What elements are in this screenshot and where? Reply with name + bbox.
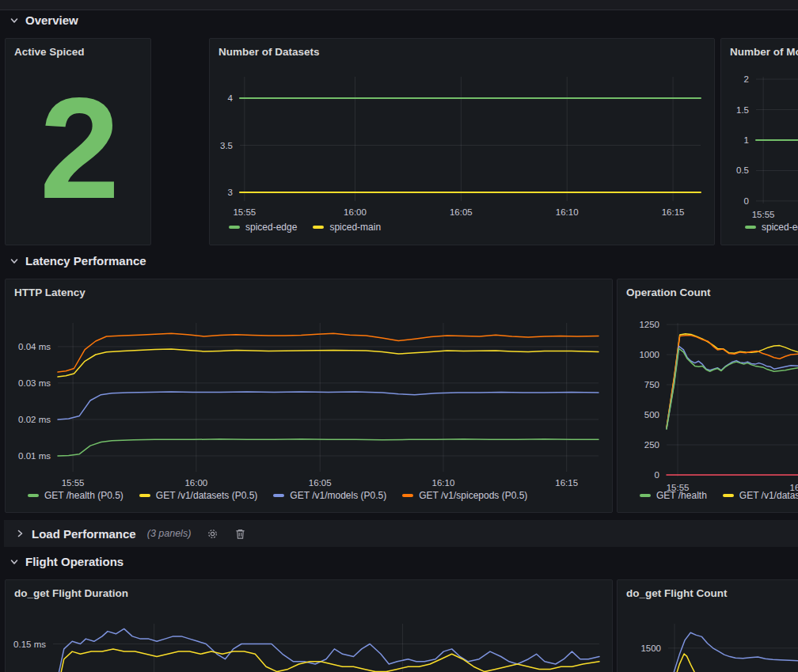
- panel-number-of-datasets: Number of Datasets 15:5516:0016:0516:101…: [209, 38, 715, 245]
- number-of-models-legend: spiced-edge: [745, 222, 798, 233]
- x-axis-tick-label: 16:15: [646, 207, 700, 218]
- y-axis-tick-label: 250: [618, 439, 659, 450]
- section-header-overview[interactable]: Overview: [10, 13, 78, 28]
- legend-label: spiced-edge: [245, 222, 297, 233]
- stat-value: 2: [6, 59, 150, 237]
- x-axis-tick-label: 16:15: [540, 477, 594, 488]
- chevron-down-icon: [10, 557, 19, 567]
- section-title-flight-operations: Flight Operations: [25, 554, 124, 570]
- legend-label: spiced-edge: [762, 222, 798, 233]
- y-axis-tick-label: 0.03 ms: [6, 378, 51, 389]
- series-line: [53, 649, 599, 672]
- legend-swatch: [273, 494, 284, 497]
- section-title-latency-performance: Latency Performance: [25, 253, 146, 269]
- legend-item[interactable]: spiced-edge: [745, 222, 798, 233]
- panel-title-active-spiced[interactable]: Active Spiced: [14, 46, 85, 58]
- legend-label: GET /health (P0.5): [44, 490, 124, 501]
- number-of-datasets-chart[interactable]: 15:5516:0016:0516:1016:1543.53: [210, 39, 714, 245]
- y-axis-tick-label: 2: [721, 74, 749, 85]
- legend-item[interactable]: GET /health: [640, 490, 707, 501]
- y-axis-tick-label: 3.5: [210, 140, 233, 151]
- panel-active-spiced: Active Spiced 2: [5, 38, 151, 245]
- y-axis-tick-label: 0: [721, 196, 749, 207]
- panel-title-operation-count[interactable]: Operation Count: [626, 287, 711, 298]
- y-axis-tick-label: 500: [618, 409, 659, 420]
- x-axis-tick-label: 16:00: [329, 207, 382, 218]
- panel-title-number-of-models[interactable]: Number of Mo: [730, 46, 798, 58]
- series-line: [668, 632, 798, 672]
- section-title-load-performance: Load Performance: [32, 527, 136, 541]
- legend-label: GET /v1/datasets: [739, 490, 798, 501]
- number-of-datasets-legend: spiced-edgespiced-main: [229, 222, 381, 233]
- number-of-models-chart[interactable]: 15:5521.510.50: [721, 39, 798, 245]
- panel-title-flight-duration[interactable]: do_get Flight Duration: [14, 587, 128, 599]
- operation-count-legend: GET /healthGET /v1/datasets: [640, 490, 798, 501]
- panel-title-number-of-datasets[interactable]: Number of Datasets: [218, 46, 320, 58]
- legend-item[interactable]: GET /health (P0.5): [28, 490, 124, 501]
- legend-item[interactable]: GET /v1/spicepods (P0.5): [402, 490, 527, 501]
- legend-label: GET /v1/datasets (P0.5): [156, 490, 258, 501]
- legend-item[interactable]: GET /v1/models (P0.5): [273, 490, 386, 501]
- chevron-down-icon: [10, 16, 19, 25]
- legend-label: spiced-main: [329, 222, 381, 233]
- series-line: [667, 334, 798, 427]
- panel-title-http-latency[interactable]: HTTP Latency: [14, 287, 86, 298]
- operation-count-chart[interactable]: 15:5516:00125010007505002500: [618, 279, 798, 512]
- y-axis-tick-label: 1: [721, 135, 749, 146]
- series-line: [58, 333, 598, 372]
- http-latency-chart[interactable]: 15:5516:0016:0516:1016:150.04 ms0.03 ms0…: [6, 279, 612, 512]
- legend-item[interactable]: spiced-main: [313, 222, 381, 233]
- chevron-down-icon: [10, 256, 19, 266]
- legend-swatch: [139, 494, 150, 497]
- legend-item[interactable]: GET /v1/datasets (P0.5): [139, 490, 258, 501]
- panel-flight-count: do_get Flight Count 1500: [617, 579, 798, 672]
- y-axis-tick-label: 3: [210, 187, 233, 198]
- y-axis-tick-label: 1250: [618, 319, 659, 330]
- section-header-flight-operations[interactable]: Flight Operations: [10, 554, 124, 570]
- legend-label: GET /health: [656, 490, 707, 501]
- series-line: [672, 654, 798, 672]
- x-axis-tick-label: 16:10: [416, 477, 470, 488]
- legend-item[interactable]: GET /v1/datasets: [723, 490, 798, 501]
- x-axis-tick-label: 16:05: [293, 477, 347, 488]
- y-axis-tick-label: 0.04 ms: [6, 341, 51, 352]
- panel-operation-count: Operation Count 15:5516:0012501000750500…: [617, 279, 798, 513]
- y-axis-tick-label: 1000: [618, 349, 659, 360]
- panel-number-of-models: Number of Mo 15:5521.510.50 spiced-edge: [720, 38, 798, 245]
- panel-count-label: (3 panels): [147, 528, 192, 539]
- legend-swatch: [229, 226, 240, 229]
- chevron-right-icon: [15, 529, 25, 538]
- y-axis-tick-label: 750: [618, 379, 659, 390]
- http-latency-legend: GET /health (P0.5)GET /v1/datasets (P0.5…: [28, 490, 527, 501]
- series-line: [53, 628, 599, 672]
- y-axis-tick-label: 0.01 ms: [6, 450, 51, 461]
- legend-swatch: [402, 494, 413, 497]
- legend-swatch: [745, 226, 756, 229]
- x-axis-tick-label: 15:55: [736, 209, 790, 220]
- x-axis-tick-label: 16:05: [434, 207, 488, 218]
- panel-http-latency: HTTP Latency 15:5516:0016:0516:1016:150.…: [5, 279, 613, 513]
- section-header-latency-performance[interactable]: Latency Performance: [10, 253, 146, 269]
- y-axis-tick-label: 0.15 ms: [6, 639, 46, 650]
- x-axis-tick-label: 15:55: [218, 207, 272, 218]
- section-header-load-performance[interactable]: Load Performance (3 panels): [4, 520, 798, 547]
- y-axis-tick-label: 1500: [618, 643, 661, 654]
- y-axis-tick-label: 0.02 ms: [6, 414, 51, 425]
- x-axis-tick-label: 16:10: [540, 207, 594, 218]
- legend-swatch: [28, 494, 39, 497]
- legend-label: GET /v1/spicepods (P0.5): [419, 490, 527, 501]
- panel-title-flight-count[interactable]: do_get Flight Count: [626, 587, 727, 599]
- y-axis-tick-label: 1.5: [721, 104, 749, 116]
- section-title-overview: Overview: [25, 13, 78, 28]
- legend-swatch: [313, 226, 324, 229]
- top-bar: [0, 0, 798, 10]
- series-line: [58, 392, 598, 420]
- trash-icon[interactable]: [234, 528, 246, 540]
- gear-icon[interactable]: [207, 528, 218, 540]
- x-axis-tick-label: 16:00: [169, 477, 223, 488]
- legend-swatch: [723, 494, 734, 497]
- y-axis-tick-label: 0: [618, 469, 659, 480]
- series-line: [667, 348, 798, 429]
- legend-item[interactable]: spiced-edge: [229, 222, 297, 233]
- legend-label: GET /v1/models (P0.5): [290, 490, 386, 501]
